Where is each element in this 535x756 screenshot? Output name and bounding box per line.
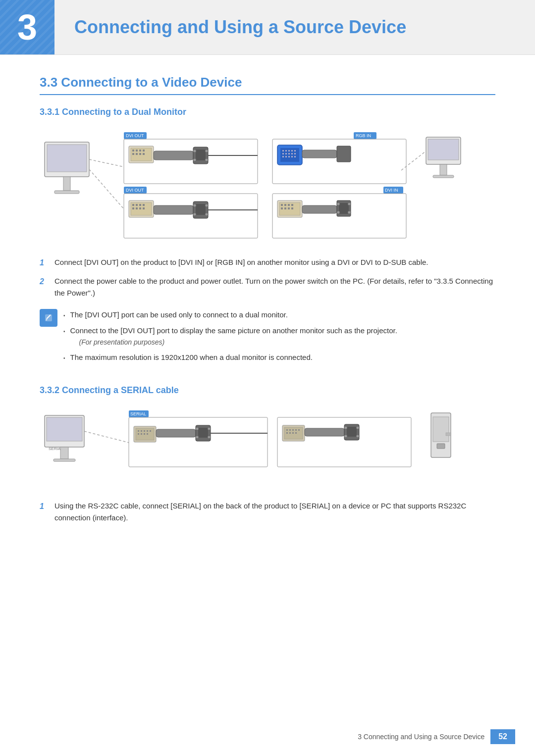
steps-3-3-2: 1 Using the RS-232C cable, connect [SERI… bbox=[40, 500, 495, 524]
note-sub-2: (For presentation purposes) bbox=[79, 337, 397, 348]
bullet-dot-3: • bbox=[63, 354, 65, 363]
svg-rect-32 bbox=[282, 150, 284, 151]
svg-rect-102 bbox=[54, 459, 75, 461]
svg-point-143 bbox=[344, 435, 347, 438]
serial-diagram: SERIAL SERIAL bbox=[40, 405, 495, 486]
svg-point-91 bbox=[337, 202, 340, 205]
notes-3-3-1: • The [DVI OUT] port can be used only to… bbox=[40, 309, 495, 367]
svg-rect-38 bbox=[285, 153, 287, 154]
chapter-title: Connecting and Using a Source Device bbox=[74, 17, 406, 38]
note-text-3: The maximum resolution is 1920x1200 when… bbox=[70, 352, 313, 363]
svg-line-4 bbox=[89, 159, 124, 167]
svg-rect-88 bbox=[302, 205, 337, 213]
svg-rect-129 bbox=[286, 429, 288, 431]
svg-rect-45 bbox=[291, 156, 293, 157]
chapter-number: 3 bbox=[17, 7, 37, 48]
svg-rect-132 bbox=[295, 429, 297, 431]
svg-point-93 bbox=[337, 211, 340, 214]
svg-point-24 bbox=[193, 158, 196, 161]
svg-text:DVI OUT: DVI OUT bbox=[126, 188, 144, 193]
svg-rect-40 bbox=[291, 153, 293, 154]
svg-point-72 bbox=[193, 213, 196, 216]
svg-point-23 bbox=[205, 150, 208, 152]
section-3-3-1: 3.3.1 Connecting to a Dual Monitor bbox=[40, 107, 495, 367]
step-3-3-2-1: 1 Using the RS-232C cable, connect [SERI… bbox=[40, 500, 495, 524]
svg-rect-44 bbox=[288, 156, 290, 157]
note-text-1: The [DVI OUT] port can be used only to c… bbox=[70, 309, 288, 321]
step-number-1: 1 bbox=[40, 256, 49, 269]
svg-point-142 bbox=[356, 426, 359, 429]
svg-rect-67 bbox=[154, 205, 193, 214]
svg-rect-60 bbox=[136, 204, 138, 206]
svg-text:DVI IN: DVI IN bbox=[385, 188, 398, 193]
svg-rect-118 bbox=[156, 429, 196, 437]
svg-rect-66 bbox=[143, 207, 145, 209]
pencil-icon bbox=[44, 313, 54, 323]
svg-rect-81 bbox=[284, 204, 286, 206]
serial-diagram-svg: SERIAL SERIAL bbox=[40, 405, 466, 485]
footer-text: 3 Connecting and Using a Source Device bbox=[358, 733, 484, 741]
svg-rect-69 bbox=[196, 204, 206, 215]
note-text-2: Connect to the [DVI OUT] port to display… bbox=[70, 325, 397, 337]
svg-point-124 bbox=[208, 436, 211, 439]
svg-rect-42 bbox=[282, 156, 284, 157]
svg-rect-65 bbox=[139, 207, 141, 209]
svg-rect-115 bbox=[141, 433, 142, 435]
svg-rect-99 bbox=[47, 417, 82, 441]
svg-rect-117 bbox=[147, 433, 148, 435]
note-item-3: • The maximum resolution is 1920x1200 wh… bbox=[63, 352, 495, 363]
svg-rect-52 bbox=[433, 175, 454, 178]
svg-rect-133 bbox=[298, 429, 300, 431]
chapter-number-block: 3 bbox=[0, 0, 54, 54]
note-item-2: • Connect to the [DVI OUT] port to displ… bbox=[63, 325, 495, 348]
chapter-header: 3 Connecting and Using a Source Device bbox=[0, 0, 535, 55]
svg-rect-50 bbox=[428, 139, 459, 160]
svg-rect-59 bbox=[132, 204, 134, 206]
bullet-list-3-3-1: • The [DVI OUT] port can be used only to… bbox=[63, 309, 495, 363]
step-number-2: 2 bbox=[40, 275, 49, 299]
svg-rect-135 bbox=[289, 432, 291, 434]
chapter-title-area: Connecting and Using a Source Device bbox=[54, 0, 535, 54]
footer-page: 52 bbox=[490, 729, 515, 744]
dual-monitor-diagram: DVI OUT bbox=[40, 127, 495, 243]
svg-text:DVI OUT: DVI OUT bbox=[126, 133, 144, 138]
svg-rect-101 bbox=[60, 447, 68, 459]
svg-rect-109 bbox=[138, 430, 139, 432]
svg-rect-19 bbox=[154, 151, 193, 160]
svg-rect-146 bbox=[433, 417, 449, 442]
svg-rect-110 bbox=[141, 430, 142, 432]
svg-rect-148 bbox=[446, 433, 451, 436]
svg-rect-136 bbox=[292, 432, 294, 434]
note-icon bbox=[40, 309, 57, 327]
svg-rect-90 bbox=[339, 203, 349, 214]
bullet-dot-1: • bbox=[63, 312, 65, 321]
note-item-1: • The [DVI OUT] port can be used only to… bbox=[63, 309, 495, 321]
svg-rect-14 bbox=[143, 150, 145, 151]
svg-rect-130 bbox=[289, 429, 291, 431]
step-2: 2 Connect the power cable to the product… bbox=[40, 275, 495, 299]
svg-rect-86 bbox=[288, 207, 290, 209]
main-content: 3.3 Connecting to a Video Device 3.3.1 C… bbox=[0, 55, 535, 581]
svg-rect-33 bbox=[285, 150, 287, 151]
svg-rect-138 bbox=[305, 428, 344, 436]
svg-rect-116 bbox=[144, 433, 145, 435]
svg-point-144 bbox=[356, 435, 359, 438]
svg-rect-16 bbox=[136, 153, 138, 155]
svg-rect-114 bbox=[138, 433, 139, 435]
svg-rect-41 bbox=[294, 153, 296, 154]
dual-monitor-svg: DVI OUT bbox=[40, 127, 466, 241]
svg-point-25 bbox=[205, 158, 208, 161]
svg-rect-35 bbox=[291, 150, 293, 151]
svg-rect-43 bbox=[285, 156, 287, 157]
svg-rect-147 bbox=[437, 444, 445, 449]
svg-rect-11 bbox=[132, 150, 134, 151]
svg-rect-37 bbox=[282, 153, 284, 154]
svg-point-22 bbox=[193, 150, 196, 152]
svg-rect-3 bbox=[54, 191, 79, 194]
svg-text:RGB IN: RGB IN bbox=[356, 133, 371, 138]
svg-rect-12 bbox=[136, 150, 138, 151]
svg-point-122 bbox=[208, 427, 211, 430]
note-text-2-container: Connect to the [DVI OUT] port to display… bbox=[70, 325, 397, 348]
svg-rect-47 bbox=[302, 150, 337, 158]
svg-rect-137 bbox=[295, 432, 297, 434]
